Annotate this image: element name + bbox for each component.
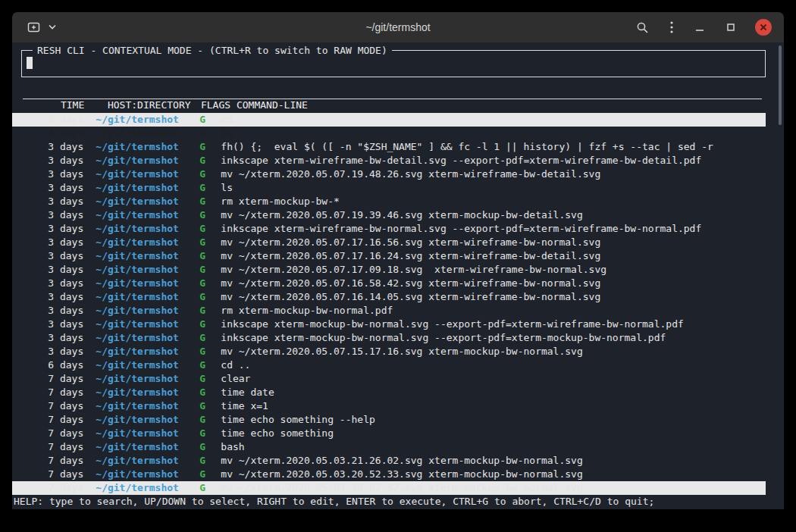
row-flags: G bbox=[199, 331, 221, 345]
row-time: 3 days bbox=[48, 249, 96, 263]
resh-mode-title: RESH CLI - CONTEXTUAL MODE - (CTRL+R to … bbox=[33, 44, 392, 58]
row-time: 3 days bbox=[48, 113, 96, 127]
row-flags: G bbox=[199, 154, 221, 167]
close-button[interactable] bbox=[755, 19, 772, 36]
text-cursor bbox=[27, 57, 33, 69]
row-directory: ~/git/termshot bbox=[96, 290, 199, 304]
row-flags: G bbox=[199, 263, 221, 277]
row-command: mv ~/xterm.2020.05.07.15.17.16.svg xterm… bbox=[221, 345, 582, 358]
row-command: mv ~/xterm.2020.05.03.20.52.33.svg xterm… bbox=[221, 468, 582, 481]
row-flags: G bbox=[199, 468, 221, 481]
row-command: mv ~/xterm.2020.05.07.19.48.26.svg xterm… bbox=[221, 167, 600, 181]
row-time: 3 days bbox=[48, 154, 96, 167]
terminal-screen[interactable]: RESH CLI - CONTEXTUAL MODE - (CTRL+R to … bbox=[12, 42, 784, 509]
menu-button[interactable] bbox=[668, 19, 675, 36]
row-time: 7 days bbox=[48, 468, 96, 481]
search-icon bbox=[636, 21, 649, 34]
chevron-down-icon bbox=[48, 24, 57, 30]
new-tab-button[interactable] bbox=[26, 20, 42, 35]
search-button[interactable] bbox=[635, 20, 650, 36]
row-command: mv ~/xterm.2020.05.07.19.39.46.svg xterm… bbox=[221, 208, 582, 222]
window-title: ~/git/termshot bbox=[365, 12, 430, 42]
row-flags: G bbox=[199, 113, 221, 127]
row-directory: ~/git/termshot bbox=[96, 113, 199, 127]
new-tab-icon bbox=[27, 21, 40, 33]
row-time: 3 days bbox=[48, 140, 96, 154]
row-time: 3 days bbox=[48, 222, 96, 236]
row-directory: ~/git/termshot bbox=[96, 386, 199, 399]
row-directory: ~/git/termshot bbox=[96, 399, 199, 413]
row-time: 6 days bbox=[48, 358, 96, 372]
row-directory: ~/git/termshot bbox=[96, 222, 199, 236]
row-flags: G bbox=[199, 454, 221, 468]
row-time: 3 days bbox=[48, 331, 96, 345]
row-flags: G bbox=[199, 140, 221, 154]
row-flags: G bbox=[199, 195, 221, 208]
history-list: 3 days~/git/termshotGcd 3 days~/git/term… bbox=[12, 99, 766, 481]
row-command: mv ~/xterm.2020.05.07.16.14.05.svg xterm… bbox=[221, 290, 600, 304]
row-directory: ~/git/termshot bbox=[96, 249, 199, 263]
row-time: 3 days bbox=[48, 195, 96, 208]
row-command: mv ~/xterm.2020.05.03.21.26.02.svg xterm… bbox=[221, 454, 582, 468]
row-directory: ~/git/termshot bbox=[96, 358, 199, 372]
row-command: rm xterm-mockup-bw-* bbox=[221, 195, 340, 208]
resh-search-box[interactable]: RESH CLI - CONTEXTUAL MODE - (CTRL+R to … bbox=[21, 50, 766, 77]
row-directory: ~/git/termshot bbox=[96, 454, 199, 468]
row-time: 7 days bbox=[48, 481, 96, 495]
row-time: 3 days bbox=[48, 277, 96, 290]
column-headers: TIMEHOST:DIRECTORYFLAGSCOMMAND-LINE bbox=[23, 85, 762, 99]
header-time: TIME bbox=[58, 99, 108, 112]
row-flags: G bbox=[199, 345, 221, 358]
restore-icon bbox=[725, 22, 736, 33]
row-command: mv ~/xterm.2020.05.03.18.07.57.svg xterm… bbox=[221, 481, 582, 495]
row-directory: ~/git/termshot bbox=[96, 181, 199, 195]
tab-dropdown-button[interactable] bbox=[46, 23, 58, 32]
row-command: inkscape xterm-mockup-bw-normal.svg --ex… bbox=[221, 318, 683, 331]
row-directory: ~/git/termshot bbox=[96, 195, 199, 208]
row-directory: ~/git/termshot bbox=[96, 427, 199, 440]
row-directory: ~/git/termshot bbox=[96, 481, 199, 495]
header-flags: FLAGS bbox=[201, 99, 237, 112]
header-host-directory: HOST:DIRECTORY bbox=[108, 99, 201, 112]
titlebar-right-controls bbox=[635, 19, 772, 36]
help-line: HELP: type to search, UP/DOWN to select,… bbox=[12, 495, 766, 509]
row-time: 3 days bbox=[48, 181, 96, 195]
row-directory: ~/git/termshot bbox=[96, 440, 199, 454]
row-time: 3 days bbox=[48, 290, 96, 304]
row-time: 3 days bbox=[48, 345, 96, 358]
row-time: 3 days bbox=[48, 127, 96, 140]
row-flags: G bbox=[199, 399, 221, 413]
row-command: cd bbox=[221, 113, 233, 127]
row-time: 7 days bbox=[48, 372, 96, 386]
minimize-button[interactable] bbox=[693, 20, 707, 34]
row-directory: ~/git/termshot bbox=[96, 304, 199, 318]
scrollbar-thumb[interactable] bbox=[779, 45, 782, 125]
row-flags: G bbox=[199, 127, 221, 140]
row-directory: ~/git/termshot bbox=[96, 468, 199, 481]
row-flags: G bbox=[199, 440, 221, 454]
row-flags: G bbox=[199, 181, 221, 195]
row-directory: ~/git/termshot bbox=[96, 236, 199, 249]
row-time: 3 days bbox=[48, 208, 96, 222]
row-command: cd .. bbox=[221, 358, 250, 372]
row-time: 3 days bbox=[48, 304, 96, 318]
row-flags: G bbox=[199, 427, 221, 440]
row-flags: G bbox=[199, 413, 221, 427]
titlebar-left-controls bbox=[26, 20, 58, 35]
row-time: 7 days bbox=[48, 413, 96, 427]
row-directory: ~/git/termshot bbox=[96, 167, 199, 181]
row-directory: ~/git/termshot bbox=[96, 345, 199, 358]
row-command: time date bbox=[221, 386, 274, 399]
row-directory: ~/git/termshot bbox=[96, 154, 199, 167]
row-command: clear bbox=[221, 372, 250, 386]
restore-button[interactable] bbox=[724, 20, 738, 34]
row-flags: G bbox=[199, 304, 221, 318]
row-directory: ~/git/termshot bbox=[96, 331, 199, 345]
close-icon bbox=[760, 23, 767, 31]
titlebar[interactable]: ~/git/termshot bbox=[12, 12, 784, 42]
row-time: 7 days bbox=[48, 399, 96, 413]
row-flags: G bbox=[199, 249, 221, 263]
row-command: inkscape xterm-wireframe-bw-detail.svg -… bbox=[221, 154, 701, 167]
kebab-menu-icon bbox=[669, 20, 674, 34]
row-time: 7 days bbox=[48, 427, 96, 440]
